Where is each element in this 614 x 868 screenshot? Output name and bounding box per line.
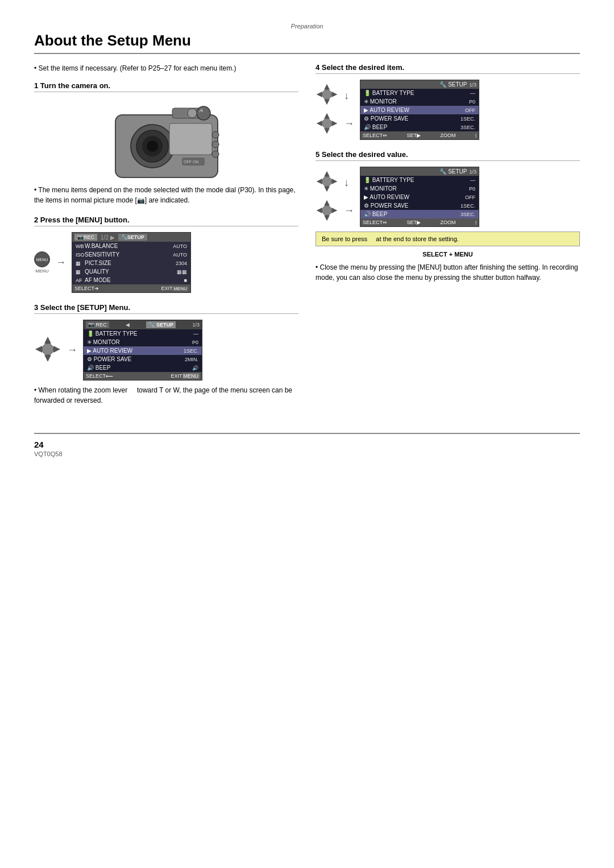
svg-marker-26 — [324, 128, 330, 134]
intro-text: • Set the items if necessary. (Refer to … — [34, 63, 298, 73]
s5-setup-icon: 🔧 SETUP — [439, 168, 467, 175]
svg-text:A: A — [199, 108, 203, 113]
s4-set-label: SET▶ — [406, 133, 421, 138]
svg-marker-35 — [324, 200, 330, 206]
s4-zoom-label: ZOOM — [440, 133, 455, 138]
s5-monitor: ✳ MONITOR P0 — [360, 184, 479, 193]
svg-point-7 — [188, 109, 197, 118]
step3-nav: → 📷 REC ◀ 🔧 SETUP 1/3 🔋 BATTERY TYPE — ✳ — [34, 320, 298, 381]
step4-title: 4 Select the desired item. — [316, 63, 580, 74]
svg-text:OFF  ON: OFF ON — [184, 160, 198, 164]
svg-marker-17 — [35, 346, 42, 353]
step1-section: 1 Turn the camera on. — [34, 81, 298, 205]
svg-marker-20 — [324, 84, 330, 90]
step4-nav: ↓ → 🔧 SETUP 1/3 🔋 BATTERY TYPE — ✳ MONIT… — [316, 80, 580, 140]
svg-marker-28 — [331, 121, 337, 126]
page-title: About the Setup Menu — [34, 32, 580, 54]
step2-title: 2 Press the [MENU] button. — [34, 216, 298, 226]
menu-button-icon: MENU — [34, 251, 50, 267]
svg-marker-23 — [331, 92, 337, 97]
svg-marker-38 — [331, 208, 337, 213]
menu-row-pictsize: ▦ PICT.SIZE 2304 — [72, 259, 190, 267]
menu-row-quality: ▦ QUALITY ▦▦ — [72, 267, 190, 276]
s3-monitor: ✳ MONITOR P0 — [84, 338, 202, 346]
s4-page-indicator: | — [475, 133, 476, 138]
svg-marker-18 — [53, 346, 60, 353]
step3-section: 3 Select the [SETUP] Menu. → — [34, 303, 298, 406]
step3-page-num: 1/3 — [192, 322, 200, 328]
svg-marker-25 — [324, 113, 330, 119]
step5-nav: ↓ → 🔧 SETUP 1/3 🔋 BATTERY TYPE — ✳ MONIT… — [316, 167, 580, 227]
step3-setup-tab: 🔧 SETUP — [146, 321, 176, 328]
svg-point-34 — [322, 177, 332, 187]
step4-dpad-down — [316, 112, 338, 137]
menu-select-label: SELECT➔ — [74, 286, 99, 291]
s5-zoom-label: ZOOM — [440, 220, 455, 225]
s5-page-num: 1/3 — [469, 169, 476, 175]
rec-tab: 📷REC — [74, 234, 97, 241]
svg-point-12 — [212, 131, 219, 138]
svg-point-39 — [322, 206, 332, 216]
arrow-icon-3: → — [67, 344, 77, 356]
step4-dpad-up — [316, 83, 338, 108]
s4-beep: 🔊 BEEP 3SEC. — [360, 123, 479, 131]
s5-battery: 🔋 BATTERY TYPE — — [360, 176, 479, 184]
step5-down-arrow: ↓ — [344, 177, 354, 189]
setup-menu-step3: 📷 REC ◀ 🔧 SETUP 1/3 🔋 BATTERY TYPE — ✳ M… — [83, 320, 202, 381]
menu-exit-label: EXITMENU — [161, 286, 188, 291]
s3-select-label: SELECT⟵ — [86, 373, 113, 379]
s3-autoreview: ▶ AUTO REVIEW 1SEC. — [84, 346, 202, 355]
svg-point-6 — [197, 106, 210, 120]
s5-page-indicator: | — [475, 220, 476, 225]
step1-note: • The menu items depend on the mode sele… — [34, 185, 298, 205]
s3-powersave: ⚙ POWER SAVE 2MIN. — [84, 355, 202, 363]
s5-autoreview: ▶ AUTO REVIEW OFF — [360, 193, 479, 201]
s4-monitor: ✳ MONITOR P0 — [360, 97, 479, 106]
svg-marker-21 — [324, 99, 330, 105]
step5-section: 5 Select the desired value. — [316, 150, 580, 283]
s5-powersave: ⚙ POWER SAVE 1SEC. — [360, 201, 479, 210]
page-label: Preparation — [34, 23, 580, 30]
step2-section: 2 Press the [MENU] button. MENU MENU → 📷… — [34, 216, 298, 293]
rec-menu-screen: 📷REC 1/2 ▶ 🔧SETUP WB W.BALANCE AUTO ISO … — [72, 232, 191, 293]
setup-menu-step4: 🔧 SETUP 1/3 🔋 BATTERY TYPE — ✳ MONITOR P… — [360, 80, 479, 140]
s5-select-label: SELECT⇔ — [363, 220, 387, 225]
step4-down-arrow: ↓ — [344, 90, 354, 102]
s3-beep: 🔊 BEEP 🔊 — [84, 363, 202, 372]
highlight-box: Be sure to press at the end to store the… — [316, 232, 580, 246]
camera-diagram: OFF ON A — [34, 98, 298, 180]
step2-nav: MENU MENU → 📷REC 1/2 ▶ 🔧SETUP WB W.BALAN… — [34, 232, 298, 293]
select-menu-label: SELECT + MENU — [316, 251, 580, 258]
menu-row-afmode: AF AF MODE ■ — [72, 276, 190, 284]
svg-marker-33 — [331, 179, 337, 184]
svg-marker-16 — [44, 355, 51, 362]
s4-autoreview: ▶ AUTO REVIEW OFF — [360, 106, 479, 114]
step3-note: • When rotating the zoom lever toward T … — [34, 385, 298, 406]
svg-marker-15 — [44, 337, 51, 344]
s3-exit-label: EXITMENU — [171, 373, 200, 379]
menu-row-sensitivity: ISO SENSITIVITY AUTO — [72, 250, 190, 259]
svg-point-29 — [322, 119, 332, 129]
s4-page-num: 1/3 — [469, 82, 476, 88]
setup-menu-step5: 🔧 SETUP 1/3 🔋 BATTERY TYPE — ✳ MONITOR P… — [360, 167, 479, 227]
s4-setup-icon: 🔧 SETUP — [439, 81, 467, 88]
step5-title: 5 Select the desired value. — [316, 150, 580, 161]
svg-point-4 — [147, 140, 158, 152]
s4-powersave: ⚙ POWER SAVE 1SEC. — [360, 114, 479, 123]
setup-tab: 🔧SETUP — [118, 234, 147, 241]
s4-select-label: SELECT⇔ — [363, 133, 387, 138]
step4-section: 4 Select the desired item. — [316, 63, 580, 140]
svg-marker-36 — [324, 215, 330, 221]
step5-dpad-up — [316, 170, 338, 195]
svg-marker-27 — [317, 121, 322, 126]
arrow-right-icon: → — [56, 257, 66, 268]
svg-point-14 — [212, 151, 219, 158]
svg-point-24 — [322, 90, 332, 100]
s5-set-label: SET▶ — [406, 220, 421, 225]
doc-code: VQT0Q58 — [34, 450, 580, 457]
step5-right-arrow: → — [344, 205, 354, 217]
svg-marker-31 — [324, 186, 330, 192]
step5-dpad-down — [316, 199, 338, 224]
page-number: 24 — [34, 440, 580, 449]
svg-marker-22 — [317, 92, 322, 97]
